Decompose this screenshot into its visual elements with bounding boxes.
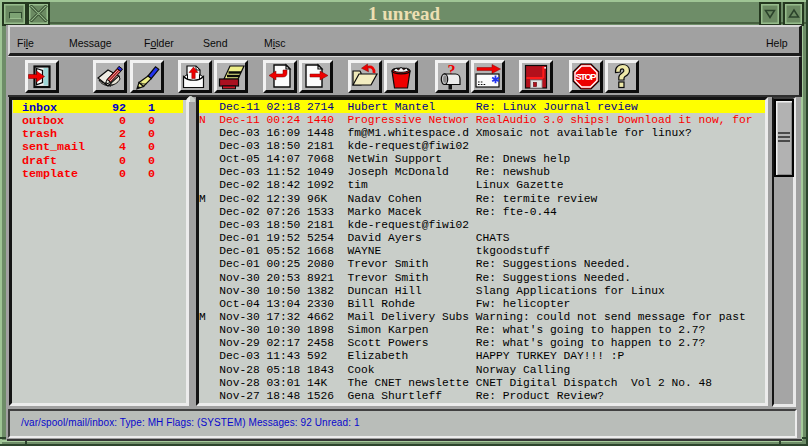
svg-text:STOP: STOP xyxy=(576,72,597,82)
